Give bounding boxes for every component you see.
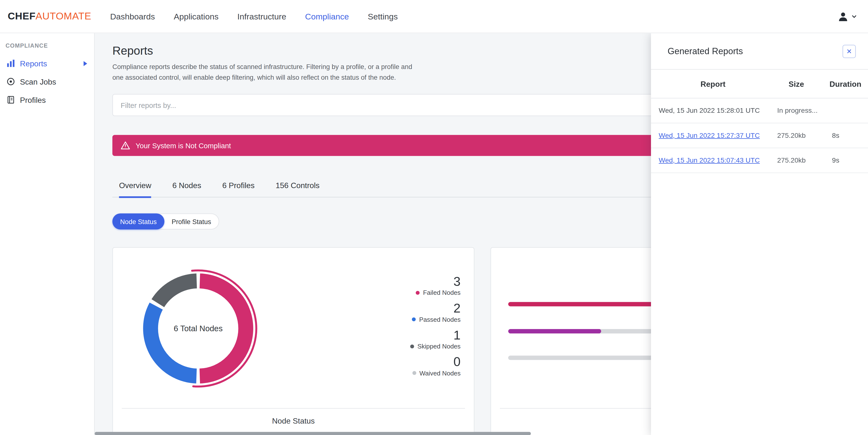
sidebar-item-label: Scan Jobs [20, 77, 56, 86]
reports-table-body: Wed, 15 Jun 2022 15:28:01 UTCIn progress… [651, 98, 868, 173]
caret-right-icon [83, 61, 87, 66]
legend-dot [412, 371, 416, 375]
logo-automate: AUTOMATE [35, 10, 91, 22]
legend-label-row: Skipped Nodes [400, 343, 461, 350]
nav-item-infrastructure[interactable]: Infrastructure [236, 8, 287, 24]
person-icon [837, 10, 849, 22]
bar-chart-icon [6, 59, 15, 68]
top-navigation-bar: CHEFAUTOMATE DashboardsApplicationsInfra… [0, 0, 868, 33]
sidebar-item-profiles[interactable]: Profiles [0, 91, 94, 109]
severity-bar-fill [508, 329, 601, 333]
legend-item: 1Skipped Nodes [400, 328, 461, 350]
donut-chart [132, 262, 265, 395]
node-status-donut: 6 Total Nodes [132, 262, 265, 395]
node-status-legend: 3Failed Nodes2Passed Nodes1Skipped Nodes… [400, 274, 461, 381]
tab-6-profiles[interactable]: 6 Profiles [222, 181, 255, 198]
page-title: Reports [113, 44, 153, 58]
sidebar-item-reports[interactable]: Reports [0, 54, 94, 72]
sidebar-item-scan-jobs[interactable]: Scan Jobs [0, 72, 94, 91]
card-divider [122, 408, 465, 408]
toggle-profile-status[interactable]: Profile Status [164, 213, 219, 229]
panel-header: Generated Reports ✕ [651, 33, 868, 70]
report-row: Wed, 15 Jun 2022 15:28:01 UTCIn progress… [651, 98, 868, 123]
column-header-report: Report [659, 79, 767, 88]
report-row: Wed, 15 Jun 2022 15:27:37 UTC275.20kb8s [651, 123, 868, 148]
generated-reports-panel: Generated Reports ✕ Report Size Duration… [651, 33, 868, 435]
status-toggle: Node StatusProfile Status [113, 213, 219, 229]
report-duration-cell: 9s [826, 157, 862, 164]
tab-6-nodes[interactable]: 6 Nodes [172, 181, 201, 198]
report-row: Wed, 15 Jun 2022 15:07:43 UTC275.20kb9s [651, 148, 868, 173]
report-date-cell: Wed, 15 Jun 2022 15:07:43 UTC [659, 157, 767, 164]
sidebar-item-label: Profiles [20, 96, 46, 104]
legend-dot [412, 317, 416, 322]
sidebar-items: ReportsScan JobsProfiles [0, 54, 94, 109]
tab-overview[interactable]: Overview [119, 181, 151, 198]
legend-count: 3 [400, 274, 461, 289]
scan-icon [6, 77, 15, 86]
legend-count: 2 [400, 301, 461, 316]
legend-label: Passed Nodes [419, 316, 461, 323]
nav-item-compliance[interactable]: Compliance [304, 8, 350, 24]
report-date-cell: Wed, 15 Jun 2022 15:27:37 UTC [659, 132, 767, 139]
report-size-cell: 275.20kb [767, 157, 826, 164]
column-header-size: Size [767, 79, 826, 88]
report-size-cell: In progress... [767, 107, 826, 114]
logo-chef: CHEF [8, 10, 35, 22]
legend-label-row: Failed Nodes [400, 290, 461, 296]
report-size-cell: 275.20kb [767, 132, 826, 139]
legend-count: 1 [400, 328, 461, 342]
nav-item-applications[interactable]: Applications [173, 8, 220, 24]
app: CHEFAUTOMATE DashboardsApplicationsInfra… [0, 0, 868, 435]
warning-icon [121, 141, 130, 150]
legend-label: Waived Nodes [420, 370, 461, 376]
chevron-down-icon [851, 13, 857, 19]
page-description: Compliance reports describe the status o… [113, 62, 416, 83]
sidebar: COMPLIANCE ReportsScan JobsProfiles [0, 33, 95, 435]
legend-label: Failed Nodes [423, 290, 461, 296]
sidebar-section-label: COMPLIANCE [0, 42, 94, 54]
column-header-duration: Duration [826, 79, 862, 88]
reports-table-header: Report Size Duration [651, 70, 868, 98]
report-date-cell: Wed, 15 Jun 2022 15:28:01 UTC [659, 107, 767, 114]
close-icon: ✕ [846, 47, 852, 55]
legend-label-row: Passed Nodes [400, 316, 461, 323]
profiles-icon [6, 96, 15, 104]
legend-item: 2Passed Nodes [400, 301, 461, 323]
report-link[interactable]: Wed, 15 Jun 2022 15:27:37 UTC [659, 132, 760, 139]
close-button[interactable]: ✕ [842, 44, 856, 58]
legend-item: 0Waived Nodes [400, 355, 461, 376]
user-menu-button[interactable] [837, 10, 857, 22]
legend-label-row: Waived Nodes [400, 370, 461, 376]
legend-count: 0 [400, 355, 461, 369]
nav-item-dashboards[interactable]: Dashboards [109, 8, 156, 24]
panel-title: Generated Reports [668, 46, 743, 56]
toggle-node-status[interactable]: Node Status [113, 213, 164, 229]
alert-text: Your System is Not Compliant [135, 141, 231, 149]
node-status-caption: Node Status [113, 416, 474, 425]
top-nav: DashboardsApplicationsInfrastructureComp… [109, 8, 399, 24]
report-link[interactable]: Wed, 15 Jun 2022 15:07:43 UTC [659, 157, 760, 164]
legend-item: 3Failed Nodes [400, 274, 461, 296]
tab-156-controls[interactable]: 156 Controls [276, 181, 320, 198]
node-status-card: 6 Total Nodes 3Failed Nodes2Passed Nodes… [113, 247, 474, 435]
legend-dot [416, 291, 420, 295]
nav-item-settings[interactable]: Settings [367, 8, 399, 24]
logo: CHEFAUTOMATE [8, 10, 91, 22]
horizontal-scrollbar[interactable] [95, 432, 531, 435]
legend-dot [410, 344, 414, 348]
report-duration-cell: 8s [826, 132, 862, 139]
sidebar-item-label: Reports [20, 59, 47, 68]
legend-label: Skipped Nodes [417, 343, 461, 350]
